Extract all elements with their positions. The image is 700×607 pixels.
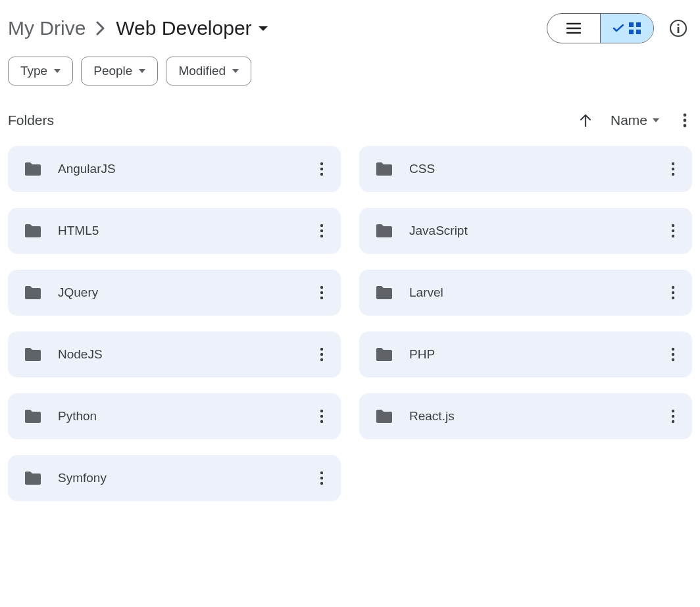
folder-icon: [24, 223, 42, 239]
filter-label: People: [93, 64, 132, 78]
folder-icon: [24, 161, 42, 177]
folder-icon: [375, 347, 393, 362]
filter-label: Type: [20, 64, 47, 78]
folder-left: JavaScript: [375, 223, 468, 239]
folder-card[interactable]: PHP: [359, 331, 692, 377]
svg-point-43: [320, 472, 323, 474]
list-view-button[interactable]: [547, 14, 600, 43]
caret-down-icon: [653, 118, 659, 122]
caret-down-icon: [259, 26, 268, 31]
svg-rect-4: [636, 22, 641, 27]
svg-point-34: [672, 348, 674, 351]
folder-card[interactable]: Symfony: [8, 455, 341, 501]
folder-card[interactable]: JQuery: [8, 270, 341, 316]
chevron-right-icon: [96, 21, 105, 36]
folder-name: HTML5: [58, 224, 99, 238]
breadcrumb-root[interactable]: My Drive: [8, 17, 86, 39]
svg-rect-6: [636, 30, 641, 34]
more-vertical-icon: [671, 285, 675, 300]
grid-view-button[interactable]: [601, 14, 653, 43]
section-header: Folders Name: [8, 101, 692, 146]
svg-point-8: [677, 24, 679, 26]
svg-point-24: [672, 235, 674, 237]
folder-left: PHP: [375, 347, 435, 362]
folder-name: CSS: [409, 162, 435, 176]
more-options-button[interactable]: [678, 108, 692, 133]
svg-point-32: [320, 353, 323, 356]
folder-icon-wrap: [24, 347, 42, 362]
filter-bar: Type People Modified: [8, 57, 692, 101]
folder-name: PHP: [409, 347, 435, 362]
folder-card[interactable]: React.js: [359, 393, 692, 439]
folder-more-button[interactable]: [664, 406, 682, 426]
more-vertical-icon: [320, 347, 324, 362]
list-icon: [566, 22, 581, 34]
filter-type[interactable]: Type: [8, 57, 73, 85]
info-button[interactable]: [664, 14, 692, 42]
svg-point-41: [672, 415, 674, 418]
folder-more-button[interactable]: [664, 159, 682, 179]
folder-card[interactable]: Larvel: [359, 270, 692, 316]
check-icon: [612, 24, 624, 33]
folder-icon: [24, 470, 42, 486]
caret-down-icon: [54, 69, 61, 73]
more-vertical-icon: [671, 409, 675, 424]
svg-point-40: [672, 410, 674, 412]
folder-more-button[interactable]: [664, 221, 682, 241]
folder-card[interactable]: NodeJS: [8, 331, 341, 377]
svg-point-35: [672, 353, 674, 356]
more-vertical-icon: [671, 224, 675, 238]
folder-name: Larvel: [409, 285, 443, 300]
folder-icon-wrap: [375, 161, 393, 177]
svg-point-10: [684, 114, 687, 117]
folder-left: Python: [24, 408, 97, 424]
folder-more-button[interactable]: [664, 283, 682, 303]
svg-point-16: [672, 162, 674, 165]
svg-point-21: [320, 235, 323, 237]
folder-card[interactable]: Python: [8, 393, 341, 439]
filter-modified[interactable]: Modified: [166, 57, 251, 85]
sort-direction-button[interactable]: [579, 113, 592, 128]
folder-more-button[interactable]: [313, 406, 330, 426]
folder-icon-wrap: [375, 347, 393, 362]
folder-more-button[interactable]: [313, 345, 330, 364]
more-vertical-icon: [671, 347, 675, 362]
sort-field-button[interactable]: Name: [611, 112, 659, 128]
folder-left: Symfony: [24, 470, 107, 486]
svg-point-39: [320, 420, 323, 423]
folder-more-button[interactable]: [313, 159, 330, 179]
svg-point-44: [320, 477, 323, 479]
more-vertical-icon: [320, 162, 324, 176]
folder-icon-wrap: [24, 470, 42, 486]
folder-left: HTML5: [24, 223, 99, 239]
svg-point-42: [672, 420, 674, 423]
section-title: Folders: [8, 112, 54, 128]
folder-more-button[interactable]: [313, 221, 330, 241]
filter-people[interactable]: People: [81, 57, 158, 85]
page-header: My Drive Web Developer: [8, 8, 692, 57]
svg-point-25: [320, 286, 323, 289]
svg-point-11: [684, 119, 687, 122]
folder-icon: [24, 285, 42, 301]
more-vertical-icon: [320, 285, 324, 300]
breadcrumb-current-label: Web Developer: [116, 17, 251, 39]
folder-card[interactable]: AngularJS: [8, 146, 341, 192]
folder-icon: [375, 408, 393, 424]
svg-point-30: [672, 297, 674, 299]
more-vertical-icon: [671, 162, 675, 176]
svg-point-18: [672, 173, 674, 176]
folder-card[interactable]: JavaScript: [359, 208, 692, 254]
folder-more-button[interactable]: [664, 345, 682, 364]
folder-name: Python: [58, 409, 97, 424]
folder-more-button[interactable]: [313, 468, 330, 488]
folder-card[interactable]: CSS: [359, 146, 692, 192]
folder-more-button[interactable]: [313, 283, 330, 303]
svg-point-31: [320, 348, 323, 351]
breadcrumb-current[interactable]: Web Developer: [116, 17, 267, 39]
svg-point-22: [672, 224, 674, 227]
folder-icon-wrap: [375, 408, 393, 424]
folder-left: React.js: [375, 408, 455, 424]
svg-point-36: [672, 358, 674, 361]
folder-card[interactable]: HTML5: [8, 208, 341, 254]
header-actions: [547, 13, 692, 43]
